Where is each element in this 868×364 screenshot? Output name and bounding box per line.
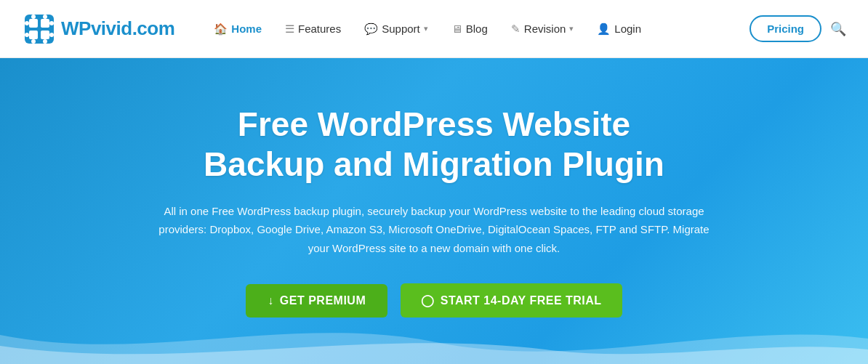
svg-point-6: [49, 21, 54, 25]
pricing-button[interactable]: Pricing: [750, 15, 821, 42]
hero-wave: [0, 306, 868, 364]
svg-rect-0: [25, 15, 54, 44]
hero-description: All in one Free WordPress backup plugin,…: [150, 202, 718, 258]
svg-point-9: [25, 33, 29, 37]
nav-features-label: Features: [298, 23, 341, 35]
nav-login-label: Login: [614, 23, 641, 35]
svg-point-12: [49, 33, 54, 37]
revision-chevron: ▾: [569, 24, 574, 33]
svg-rect-4: [41, 19, 49, 28]
support-icon: 💬: [364, 23, 378, 36]
hero-headline-line2: Backup and Migration Plugin: [204, 145, 664, 183]
nav-login[interactable]: 👤 Login: [587, 17, 651, 41]
svg-point-2: [31, 15, 36, 19]
logo-icon: [22, 12, 57, 46]
svg-point-5: [43, 15, 47, 19]
hero-headline-line1: Free WordPress Website: [238, 105, 630, 143]
svg-point-11: [43, 39, 47, 44]
svg-rect-10: [41, 31, 49, 39]
logo-text: WPvivid.com: [61, 17, 174, 40]
svg-rect-1: [29, 19, 38, 28]
blog-icon: 🖥: [451, 23, 462, 35]
nav-blog[interactable]: 🖥 Blog: [441, 17, 498, 41]
nav-support-label: Support: [382, 23, 420, 35]
svg-rect-7: [29, 31, 38, 39]
main-nav: 🏠 Home ☰ Features 💬 Support ▾ 🖥 Blog ✎ R…: [204, 17, 750, 41]
login-icon: 👤: [597, 23, 611, 36]
support-chevron: ▾: [424, 24, 428, 33]
nav-features[interactable]: ☰ Features: [275, 17, 351, 41]
features-icon: ☰: [285, 23, 294, 36]
search-icon: 🔍: [830, 22, 846, 36]
nav-home[interactable]: 🏠 Home: [204, 17, 272, 41]
hero-headline: Free WordPress Website Backup and Migrat…: [204, 105, 664, 185]
nav-home-label: Home: [231, 23, 262, 35]
nav-revision-label: Revision: [524, 23, 566, 35]
search-button[interactable]: 🔍: [830, 21, 846, 37]
nav-revision[interactable]: ✎ Revision ▾: [501, 17, 584, 41]
logo-link[interactable]: WPvivid.com: [22, 12, 174, 46]
site-header: WPvivid.com 🏠 Home ☰ Features 💬 Support …: [0, 0, 868, 58]
svg-point-3: [25, 21, 29, 25]
svg-point-8: [31, 39, 36, 44]
revision-icon: ✎: [511, 23, 521, 36]
nav-support[interactable]: 💬 Support ▾: [354, 17, 438, 41]
home-icon: 🏠: [214, 23, 228, 36]
nav-blog-label: Blog: [466, 23, 488, 35]
hero-section: Free WordPress Website Backup and Migrat…: [0, 58, 868, 364]
